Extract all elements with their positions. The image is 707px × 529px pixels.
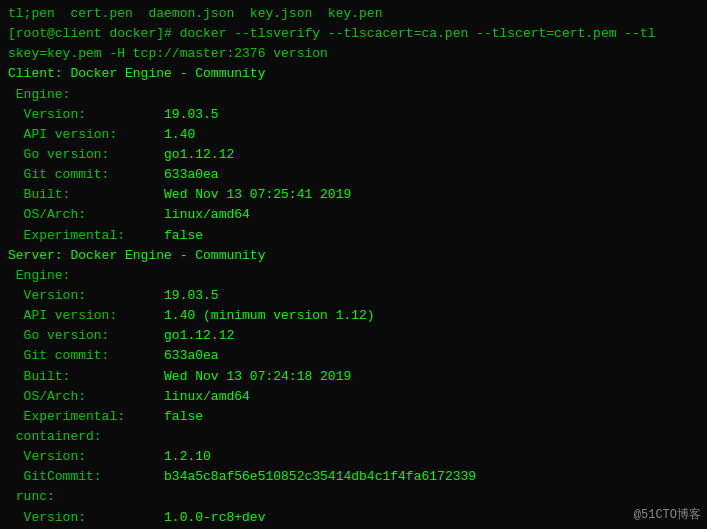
terminal-line: Version: 1.0.0-rc8+dev: [8, 508, 699, 528]
terminal-line: Built: Wed Nov 13 07:24:18 2019: [8, 367, 699, 387]
terminal-line: Git commit: 633a0ea: [8, 165, 699, 185]
terminal: tl;pen cert.pen daemon.json key.json key…: [0, 0, 707, 529]
terminal-line: Go version: go1.12.12: [8, 145, 699, 165]
terminal-line: API version: 1.40 (minimum version 1.12): [8, 306, 699, 326]
terminal-line: Version: 1.2.10: [8, 447, 699, 467]
terminal-line: tl;pen cert.pen daemon.json key.json key…: [8, 4, 699, 24]
terminal-line: OS/Arch: linux/amd64: [8, 205, 699, 225]
terminal-line: Engine:: [8, 85, 699, 105]
terminal-line: Go version: go1.12.12: [8, 326, 699, 346]
terminal-line: runc:: [8, 487, 699, 507]
terminal-line: Experimental: false: [8, 226, 699, 246]
terminal-line: [root@client docker]# docker --tlsverify…: [8, 24, 699, 44]
terminal-line: Server: Docker Engine - Community: [8, 246, 699, 266]
terminal-line: Built: Wed Nov 13 07:25:41 2019: [8, 185, 699, 205]
terminal-line: Version: 19.03.5: [8, 286, 699, 306]
terminal-line: OS/Arch: linux/amd64: [8, 387, 699, 407]
terminal-line: Version: 19.03.5: [8, 105, 699, 125]
terminal-line: skey=key.pem -H tcp://master:2376 versio…: [8, 44, 699, 64]
terminal-line: API version: 1.40: [8, 125, 699, 145]
terminal-line: Experimental: false: [8, 407, 699, 427]
terminal-line: Engine:: [8, 266, 699, 286]
watermark: @51CTO博客: [634, 506, 701, 523]
terminal-line: GitCommit: b34a5c8af56e510852c35414db4c1…: [8, 467, 699, 487]
terminal-line: containerd:: [8, 427, 699, 447]
terminal-line: Git commit: 633a0ea: [8, 346, 699, 366]
terminal-line: Client: Docker Engine - Community: [8, 64, 699, 84]
